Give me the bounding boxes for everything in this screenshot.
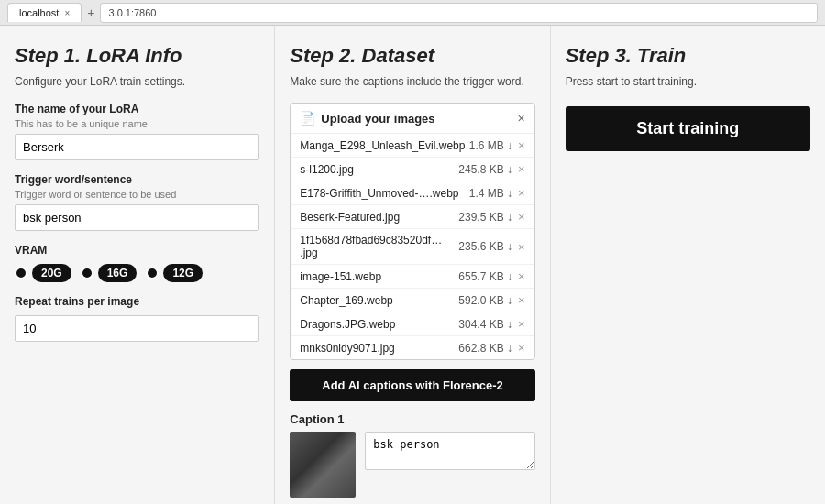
step3-desc: Press start to start training. xyxy=(566,75,810,88)
lora-name-input[interactable] xyxy=(15,134,259,160)
file-row: Dragons.JPG.webp 304.4 KB ↓ × xyxy=(291,312,534,336)
file-remove-icon[interactable]: × xyxy=(518,162,525,176)
ai-caption-button[interactable]: Add AI captions with Florence-2 xyxy=(290,369,534,401)
file-name: mnks0nidy9071.jpg xyxy=(300,342,458,355)
trigger-label: Trigger word/sentence xyxy=(15,173,259,186)
file-size: 662.8 KB ↓ xyxy=(458,342,512,355)
vram-20g[interactable]: 20G xyxy=(15,264,72,282)
file-row: Manga_E298_Unleash_Evil.webp 1.6 MB ↓ × xyxy=(291,134,534,158)
trigger-hint: Trigger word or sentence to be used xyxy=(15,189,259,200)
file-remove-icon[interactable]: × xyxy=(518,240,525,254)
file-name: 1f1568d78fbad69c83520df… .jpg xyxy=(300,234,458,259)
file-size: 239.5 KB ↓ xyxy=(458,211,512,224)
file-row: Chapter_169.webp 592.0 KB ↓ × xyxy=(291,289,534,312)
file-row: image-151.webp 655.7 KB ↓ × xyxy=(291,265,534,289)
file-remove-icon[interactable]: × xyxy=(518,341,525,355)
thumbnail xyxy=(290,432,356,498)
file-name: s-l1200.jpg xyxy=(300,163,458,176)
file-icon: 📄 xyxy=(300,111,315,126)
radio-12g xyxy=(146,267,159,279)
repeat-input[interactable] xyxy=(15,315,259,342)
vram-options: 20G 16G 12G xyxy=(15,264,259,282)
file-row: s-l1200.jpg 245.8 KB ↓ × xyxy=(291,158,534,181)
upload-header-left: 📄 Upload your images xyxy=(300,111,434,126)
vram-label: VRAM xyxy=(15,244,259,257)
tab-close-icon[interactable]: × xyxy=(64,8,70,18)
file-row: E178-Griffith_Unmoved-….webp 1.4 MB ↓ × xyxy=(291,181,534,205)
step2-desc: Make sure the captions include the trigg… xyxy=(290,75,534,88)
file-size: 655.7 KB ↓ xyxy=(458,270,512,283)
repeat-label: Repeat trains per image xyxy=(15,295,259,308)
caption-preview xyxy=(290,432,534,498)
trigger-input[interactable] xyxy=(15,204,259,231)
browser-tab[interactable]: localhost × xyxy=(7,3,82,22)
file-size: 304.4 KB ↓ xyxy=(458,318,512,331)
tab-label: localhost xyxy=(19,7,59,18)
address-text: 3.0.1:7860 xyxy=(108,7,156,18)
file-size: 235.6 KB ↓ xyxy=(458,240,512,253)
file-name: E178-Griffith_Unmoved-….webp xyxy=(300,187,468,200)
file-size: 245.8 KB ↓ xyxy=(458,163,512,176)
file-remove-icon[interactable]: × xyxy=(518,269,525,283)
radio-16g xyxy=(81,267,94,279)
address-bar[interactable]: 3.0.1:7860 xyxy=(100,3,818,23)
step1-title: Step 1. LoRA Info xyxy=(15,44,259,68)
vram-12g[interactable]: 12G xyxy=(146,264,203,282)
file-remove-icon[interactable]: × xyxy=(518,317,525,331)
file-size: 1.6 MB ↓ xyxy=(469,139,512,152)
lora-name-hint: This has to be a unique name xyxy=(15,118,259,129)
vram-16g[interactable]: 16G xyxy=(81,264,138,282)
start-training-button[interactable]: Start training xyxy=(566,106,810,151)
browser-bar: localhost × + 3.0.1:7860 xyxy=(0,0,825,26)
radio-20g xyxy=(15,267,28,279)
file-name: Chapter_169.webp xyxy=(300,294,458,307)
file-remove-icon[interactable]: × xyxy=(518,293,525,307)
file-name: Dragons.JPG.webp xyxy=(300,318,458,331)
step2-column: Step 2. Dataset Make sure the captions i… xyxy=(275,26,550,504)
upload-label: Upload your images xyxy=(321,112,434,126)
file-list: Manga_E298_Unleash_Evil.webp 1.6 MB ↓ ×s… xyxy=(291,134,534,359)
file-remove-icon[interactable]: × xyxy=(518,186,525,200)
content-area: Step 1. LoRA Info Configure your LoRA tr… xyxy=(0,26,825,504)
step3-title: Step 3. Train xyxy=(566,44,810,68)
upload-header: 📄 Upload your images × xyxy=(291,104,534,134)
file-row: 1f1568d78fbad69c83520df… .jpg 235.6 KB ↓… xyxy=(291,229,534,265)
upload-close-button[interactable]: × xyxy=(517,111,524,126)
step1-desc: Configure your LoRA train settings. xyxy=(15,75,259,88)
file-name: Beserk-Featured.jpg xyxy=(300,211,458,224)
file-remove-icon[interactable]: × xyxy=(518,210,525,224)
caption-label: Caption 1 xyxy=(290,412,534,426)
upload-box: 📄 Upload your images × Manga_E298_Unleas… xyxy=(290,103,534,360)
step2-title: Step 2. Dataset xyxy=(290,44,534,68)
step3-column: Step 3. Train Press start to start train… xyxy=(551,26,825,504)
file-row: Beserk-Featured.jpg 239.5 KB ↓ × xyxy=(291,205,534,229)
vram-16g-label: 16G xyxy=(98,264,138,282)
thumbnail-inner xyxy=(290,432,356,498)
vram-12g-label: 12G xyxy=(163,264,203,282)
vram-20g-label: 20G xyxy=(32,264,72,282)
caption-input[interactable] xyxy=(365,432,534,470)
file-remove-icon[interactable]: × xyxy=(518,138,525,152)
file-size: 592.0 KB ↓ xyxy=(458,294,512,307)
lora-name-label: The name of your LoRA xyxy=(15,103,259,115)
file-size: 1.4 MB ↓ xyxy=(469,187,512,200)
step1-column: Step 1. LoRA Info Configure your LoRA tr… xyxy=(0,26,275,504)
new-tab-icon[interactable]: + xyxy=(87,5,94,20)
file-name: Manga_E298_Unleash_Evil.webp xyxy=(300,139,468,152)
file-row: mnks0nidy9071.jpg 662.8 KB ↓ × xyxy=(291,336,534,359)
file-name: image-151.webp xyxy=(300,270,458,283)
